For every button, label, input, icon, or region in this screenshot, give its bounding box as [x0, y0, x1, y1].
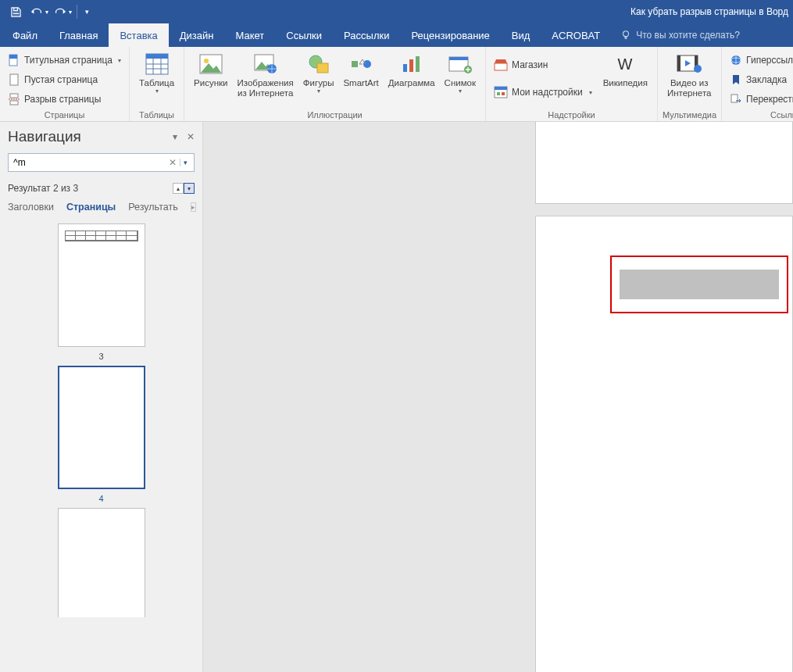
svg-rect-24	[495, 87, 507, 90]
tab-file[interactable]: Файл	[2, 23, 48, 47]
page-break-button[interactable]: Разрыв страницы	[5, 91, 124, 108]
pictures-label: Рисунки	[194, 78, 227, 88]
hyperlink-label: Гиперссылка	[746, 55, 793, 66]
online-pictures-icon	[253, 52, 278, 77]
tab-insert[interactable]: Вставка	[109, 23, 168, 47]
svg-point-9	[204, 59, 209, 63]
pictures-button[interactable]: Рисунки	[189, 48, 232, 88]
svg-rect-13	[317, 63, 328, 73]
title-bar: ▾ ▾ ▾ Как убрать разрыв страницы в Ворд	[0, 0, 793, 23]
tab-references[interactable]: Ссылки	[275, 23, 333, 47]
undo-button[interactable]: ▾	[28, 1, 50, 23]
svg-rect-7	[146, 54, 168, 59]
my-addins-label: Мои надстройки	[512, 87, 583, 98]
screenshot-icon	[448, 52, 473, 77]
nav-search-dropdown-icon[interactable]: ▾	[180, 159, 191, 166]
online-pictures-button[interactable]: Изображения из Интернета	[232, 48, 298, 98]
svg-rect-14	[352, 61, 358, 67]
tab-design[interactable]: Дизайн	[169, 23, 225, 47]
nav-tab-pages[interactable]: Страницы	[66, 202, 116, 213]
group-addins: Магазин Мои надстройки▾ W Википедия Надс…	[486, 47, 658, 121]
nav-result-text: Результат 2 из 3	[8, 183, 78, 194]
tab-mailings[interactable]: Рассылки	[333, 23, 400, 47]
navigation-title-row: Навигация ▾ ✕	[8, 128, 195, 145]
svg-rect-16	[403, 64, 407, 72]
group-illustrations: Рисунки Изображения из Интернета Фигуры …	[184, 47, 486, 121]
tab-layout[interactable]: Макет	[224, 23, 275, 47]
svg-point-15	[363, 60, 371, 68]
nav-thumbnails: 3 4	[8, 223, 195, 666]
video-icon	[677, 52, 702, 77]
online-video-button[interactable]: Видео из Интернета	[663, 48, 716, 98]
svg-point-32	[694, 65, 702, 73]
nav-prev-result-button[interactable]: ▴	[173, 183, 184, 194]
blank-page-button[interactable]: Пустая страница	[5, 71, 124, 88]
nav-search-input[interactable]	[13, 157, 166, 168]
svg-rect-22	[495, 63, 507, 70]
pictures-icon	[198, 52, 223, 77]
bookmark-button[interactable]: Закладка	[727, 71, 793, 88]
nav-next-result-button[interactable]: ▾	[184, 183, 195, 194]
tab-acrobat[interactable]: ACROBAT	[541, 23, 611, 47]
hyperlink-button[interactable]: Гиперссылка	[727, 52, 793, 69]
redo-button[interactable]: ▾	[52, 1, 73, 23]
group-tables-label: Таблицы	[134, 110, 179, 121]
svg-rect-3	[10, 74, 18, 85]
smartart-icon	[348, 52, 373, 77]
page-thumbnail[interactable]	[58, 223, 145, 347]
shapes-button[interactable]: Фигуры ▾	[298, 48, 339, 95]
navigation-pane: Навигация ▾ ✕ ✕ ▾ Результат 2 из 3 ▴ ▾ З…	[0, 122, 203, 672]
nav-close-icon[interactable]: ✕	[187, 131, 195, 142]
online-pictures-label-1: Изображения	[237, 78, 293, 88]
my-addins-button[interactable]: Мои надстройки▾	[491, 84, 595, 101]
crossref-button[interactable]: Перекрестная ссылка	[727, 91, 793, 108]
group-pages: Титульная страница▾ Пустая страница Разр…	[0, 47, 130, 121]
nav-tab-headings[interactable]: Заголовки	[8, 202, 54, 213]
cover-page-button[interactable]: Титульная страница▾	[5, 52, 124, 69]
nav-tab-results[interactable]: Результать	[128, 202, 177, 213]
svg-rect-26	[502, 92, 505, 95]
svg-rect-20	[449, 57, 468, 60]
svg-rect-30	[677, 55, 680, 71]
svg-text:W: W	[618, 55, 633, 73]
svg-rect-2	[9, 55, 17, 59]
page-thumbnail[interactable]	[58, 366, 145, 489]
qat-customize-button[interactable]: ▾	[80, 1, 93, 23]
addins-icon	[494, 86, 508, 98]
tab-view[interactable]: Вид	[501, 23, 541, 47]
page-thumbnail[interactable]	[58, 508, 145, 617]
chart-label: Диаграмма	[388, 78, 435, 88]
group-tables: Таблица ▾ Таблицы	[130, 47, 184, 121]
svg-rect-5	[10, 101, 18, 105]
document-area[interactable]	[203, 122, 793, 672]
nav-dropdown-icon[interactable]: ▾	[173, 131, 177, 142]
cover-page-icon	[8, 54, 20, 66]
wikipedia-button[interactable]: W Википедия	[598, 48, 652, 88]
online-pictures-label-2: из Интернета	[238, 88, 293, 98]
chart-button[interactable]: Диаграмма	[384, 48, 440, 88]
store-icon	[494, 59, 508, 71]
page-current	[535, 216, 793, 672]
selected-content-placeholder[interactable]	[620, 270, 779, 299]
bookmark-label: Закладка	[746, 74, 787, 85]
nav-search-clear-icon[interactable]: ✕	[166, 157, 180, 168]
group-pages-label: Страницы	[5, 110, 124, 121]
nav-tab-scroll-icon[interactable]: ▸	[191, 202, 196, 212]
tab-home[interactable]: Главная	[48, 23, 109, 47]
smartart-button[interactable]: SmartArt	[338, 48, 383, 88]
lightbulb-icon	[620, 30, 631, 41]
group-links: Гиперссылка Закладка Перекрестная ссылка…	[722, 47, 793, 121]
screenshot-button[interactable]: Снимок ▾	[440, 48, 480, 95]
tab-review[interactable]: Рецензирование	[400, 23, 500, 47]
workspace: Навигация ▾ ✕ ✕ ▾ Результат 2 из 3 ▴ ▾ З…	[0, 122, 793, 672]
store-button[interactable]: Магазин	[491, 56, 595, 73]
online-video-label-1: Видео из	[670, 78, 709, 88]
bookmark-icon	[730, 73, 742, 86]
group-media: Видео из Интернета Мультимедиа	[658, 47, 722, 121]
table-button[interactable]: Таблица ▾	[134, 48, 179, 95]
svg-rect-25	[497, 92, 500, 95]
save-button[interactable]	[5, 1, 27, 23]
nav-search[interactable]: ✕ ▾	[8, 153, 195, 172]
tell-me-search[interactable]: Что вы хотите сделать?	[620, 23, 740, 47]
group-illustrations-label: Иллюстрации	[189, 110, 480, 121]
